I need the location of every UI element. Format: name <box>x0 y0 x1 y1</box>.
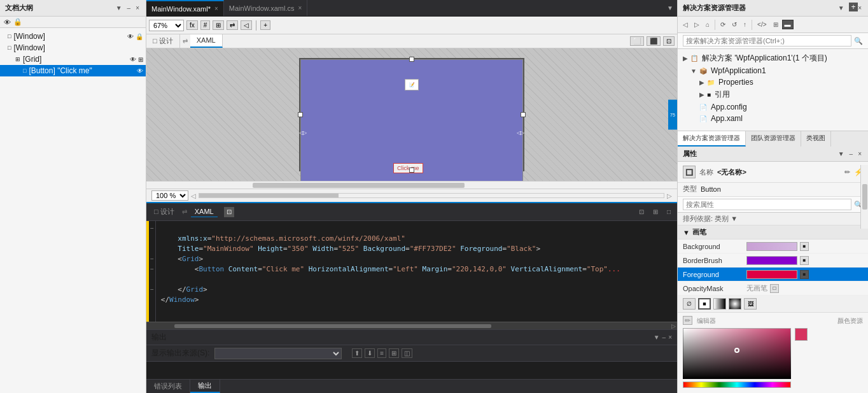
arrow-btn[interactable]: ◁ <box>241 20 252 30</box>
no-brush-btn[interactable]: ∅ <box>683 298 696 310</box>
output-btn-3[interactable]: ≡ <box>377 348 386 358</box>
collapse-btn-2[interactable]: − <box>150 254 154 264</box>
canvas-scrollbar-h[interactable] <box>146 181 677 189</box>
sol-code-btn[interactable]: </> <box>755 20 769 29</box>
collapse-btn-4[interactable]: − <box>150 285 154 295</box>
tab-close-xaml[interactable]: × <box>214 5 218 12</box>
xaml-view-tab[interactable]: XAML <box>190 34 223 48</box>
solution-root[interactable]: ▶ 📋 解决方案 'WpfApplication1'(1 个项目) <box>678 52 868 65</box>
output-btn-2[interactable]: ⬇ <box>365 348 375 358</box>
sol-props-btn[interactable]: ⊞ <box>771 20 781 29</box>
xaml-scroll-thumb[interactable] <box>174 324 491 328</box>
props-scroll-thumb[interactable] <box>862 184 867 210</box>
color-big-swatch[interactable] <box>795 328 808 341</box>
output-tab[interactable]: 输出 <box>190 380 220 393</box>
sol-refresh-btn[interactable]: ↺ <box>729 20 739 29</box>
outline-close-btn[interactable]: × <box>134 4 141 11</box>
sol-publish-btn[interactable]: ↑ <box>741 20 749 29</box>
foreground-swatch[interactable] <box>746 270 797 279</box>
resize-handle-bottom[interactable] <box>409 168 414 173</box>
output-btn-1[interactable]: ⬆ <box>352 348 362 358</box>
xaml-expand-btn[interactable]: ⊡ <box>636 207 647 217</box>
gradient-btn[interactable] <box>713 298 726 310</box>
solution-search-input[interactable] <box>683 35 851 46</box>
outline-pin-btn[interactable]: ▼ <box>115 4 123 11</box>
sol-tab-classview[interactable]: 类视图 <box>801 131 831 146</box>
collapse-btn-3[interactable]: − <box>150 264 154 275</box>
props-category-brush[interactable]: ▼ 画笔 <box>678 225 868 239</box>
design-button-clickme[interactable]: Click me <box>393 163 423 173</box>
output-pin-btn[interactable]: ▼ <box>654 334 660 341</box>
design-tab[interactable]: □ 设计 <box>146 34 180 48</box>
resize-handle-top[interactable] <box>409 57 414 62</box>
grid-controls-toggle[interactable]: ⊞ <box>138 56 143 63</box>
props-edit-btn[interactable]: ✏ <box>844 168 850 176</box>
tab-mainwindow-cs[interactable]: MainWindow.xaml.cs × <box>224 0 308 16</box>
hue-slider[interactable] <box>683 382 791 388</box>
props-close-btn[interactable]: × <box>857 150 863 157</box>
resize-handle-right[interactable] <box>521 112 526 117</box>
xaml-split-btn[interactable]: ⊞ <box>650 207 661 217</box>
sol-item-properties[interactable]: ▶ 📁 Properties <box>678 76 868 88</box>
props-pin-btn[interactable]: ▼ <box>837 150 846 157</box>
grid-snap-btn[interactable]: # <box>200 20 211 30</box>
tree-item-window-root[interactable]: □ [Window] 👁 🔒 <box>0 31 146 42</box>
sol-item-references[interactable]: ▶ ■ 引用 <box>678 88 868 101</box>
zoom-select[interactable]: 67% 100% 50% <box>149 20 184 31</box>
radial-gradient-btn[interactable] <box>729 298 741 310</box>
solution-pin-btn[interactable]: ▼ <box>837 4 846 11</box>
sol-back-btn[interactable]: ◁ <box>680 20 690 29</box>
zoom-percent-select[interactable]: 100 % 75 % 50 % <box>151 190 188 201</box>
maximize-btn[interactable]: ⊡ <box>663 36 675 46</box>
add-btn[interactable]: + <box>260 20 270 30</box>
snap-lines-btn[interactable]: ⊞ <box>213 20 224 30</box>
tab-close-cs[interactable]: × <box>298 4 302 11</box>
visibility-toggle[interactable]: 👁 <box>127 33 134 40</box>
sol-forward-btn[interactable]: ▷ <box>692 20 702 29</box>
sol-item-appxaml[interactable]: 📄 App.xaml <box>678 113 868 124</box>
collapse-btn-1[interactable]: − <box>150 224 154 234</box>
solution-search-icon[interactable]: 🔍 <box>854 37 863 45</box>
background-square-btn[interactable]: ■ <box>800 242 809 251</box>
lock-toggle[interactable]: 🔒 <box>136 33 143 40</box>
output-close-btn[interactable]: × <box>668 334 672 341</box>
toggle-btn[interactable]: ⇄ <box>227 20 238 30</box>
solid-brush-btn[interactable]: ■ <box>698 298 711 310</box>
tab-mainwindow-xaml[interactable]: MainWindow.xaml* × <box>146 0 224 16</box>
sol-home-btn[interactable]: ⌂ <box>703 20 712 29</box>
horizontal-scrollbar[interactable] <box>199 193 664 198</box>
resize-handle-left[interactable] <box>298 112 303 117</box>
errors-tab[interactable]: 错误列表 <box>146 380 190 393</box>
split-horizontal-btn[interactable]: ⬜ <box>630 36 644 46</box>
sol-active-btn[interactable]: ▬ <box>782 20 794 29</box>
scroll-indicator[interactable]: 75 <box>668 100 677 130</box>
formula-btn[interactable]: fx <box>186 20 198 30</box>
sol-item-appconfig[interactable]: 📄 App.config <box>678 101 868 113</box>
sol-tab-solution[interactable]: 解决方案资源管理器 <box>678 131 746 146</box>
edit-icon-btn[interactable]: ✏ <box>683 316 692 325</box>
output-btn-4[interactable]: ⊞ <box>389 348 399 358</box>
image-brush-btn[interactable]: 🖼 <box>744 298 757 310</box>
xaml-scroll-right[interactable]: ▷ <box>671 323 676 329</box>
color-gradient-picker[interactable] <box>683 328 791 379</box>
foreground-square-btn[interactable]: ■ <box>800 270 809 279</box>
output-btn-5[interactable]: ◫ <box>402 348 412 358</box>
background-swatch[interactable] <box>746 242 797 251</box>
output-source-select[interactable] <box>214 348 342 359</box>
button-visibility-toggle[interactable]: 👁 <box>137 68 143 75</box>
h-scroll-thumb[interactable] <box>199 194 339 197</box>
opacitymask-square-btn[interactable]: □ <box>770 284 779 293</box>
tree-item-window[interactable]: □ [Window] <box>0 42 146 54</box>
grid-visibility-toggle[interactable]: 👁 <box>130 56 136 63</box>
scroll-thumb-h[interactable] <box>253 183 465 188</box>
xaml-tab[interactable]: XAML <box>191 206 218 217</box>
tree-item-button[interactable]: □ [Button] "Click me" 👁 <box>0 65 146 76</box>
borderbrush-swatch[interactable] <box>746 256 797 265</box>
props-search-input[interactable] <box>683 199 851 210</box>
tab-overflow-btn[interactable]: ▼ <box>663 0 677 16</box>
project-root[interactable]: ▼ 📦 WpfApplication1 <box>678 65 868 76</box>
outline-minimize-btn[interactable]: – <box>126 4 132 11</box>
sol-sync-btn[interactable]: ⟳ <box>718 20 728 29</box>
sol-tab-team[interactable]: 团队资源管理器 <box>746 131 801 146</box>
split-vertical-btn[interactable]: ⬛ <box>647 36 661 46</box>
